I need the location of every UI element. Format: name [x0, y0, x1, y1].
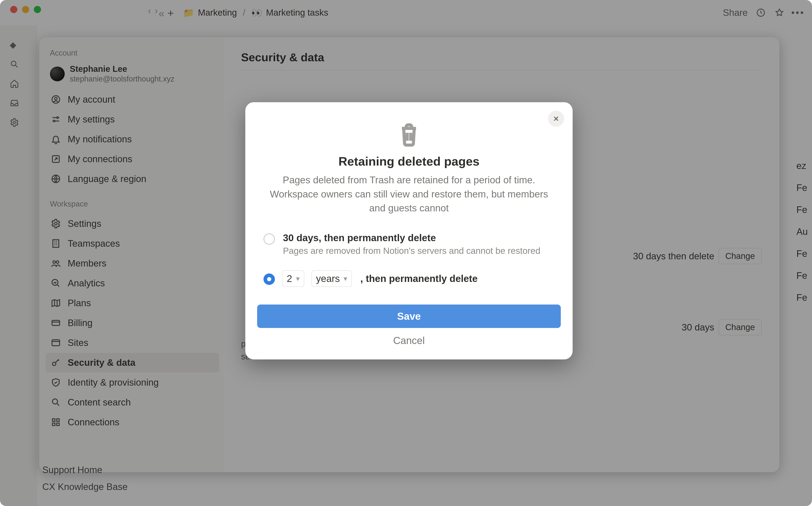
- modal-description: Pages deleted from Trash are retained fo…: [263, 173, 555, 215]
- option-subtitle: Pages are removed from Notion's servers …: [283, 245, 540, 257]
- option-custom[interactable]: 2 ▾ years ▾ , then permanently delete: [264, 266, 554, 295]
- chevron-down-icon: ▾: [344, 274, 347, 283]
- chevron-down-icon: ▾: [296, 274, 299, 283]
- radio-unchecked[interactable]: [264, 233, 275, 245]
- retention-modal: Retaining deleted pages Pages deleted fr…: [245, 102, 572, 359]
- cancel-button[interactable]: Cancel: [257, 328, 561, 348]
- app-window: « ‹ › ＋ 📁 Marketing / 👀 Marketing tasks …: [0, 0, 812, 506]
- number-value: 2: [287, 273, 292, 284]
- option-title: 30 days, then permanently delete: [283, 232, 540, 244]
- unit-value: years: [316, 273, 340, 284]
- radio-selected[interactable]: [264, 273, 275, 285]
- modal-title: Retaining deleted pages: [257, 154, 561, 168]
- modal-actions: Save Cancel: [257, 305, 561, 348]
- option-suffix: , then permanently delete: [360, 273, 478, 284]
- close-button[interactable]: [548, 111, 564, 127]
- option-30-days[interactable]: 30 days, then permanently delete Pages a…: [264, 228, 554, 266]
- number-select[interactable]: 2 ▾: [282, 270, 304, 287]
- trash-icon: [397, 121, 421, 148]
- unit-select[interactable]: years ▾: [312, 270, 352, 287]
- modal-options: 30 days, then permanently delete Pages a…: [257, 228, 561, 295]
- save-button[interactable]: Save: [257, 305, 561, 328]
